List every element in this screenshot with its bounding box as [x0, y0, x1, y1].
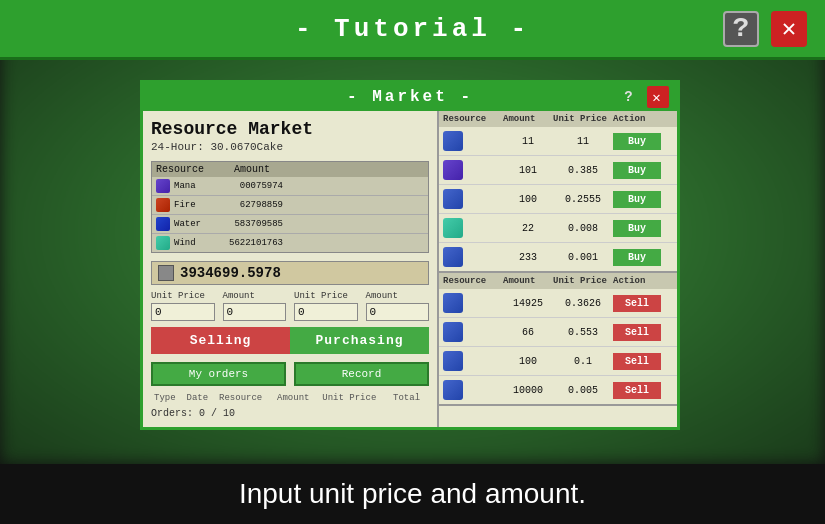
table-row: 233 0.001 Buy: [439, 243, 677, 271]
sell-col-price: Unit Price: [553, 276, 613, 286]
table-row: 66 0.553 Sell: [439, 318, 677, 347]
amount-cell: 11: [503, 136, 553, 147]
amount-input-right[interactable]: [366, 303, 430, 321]
buy-button[interactable]: Buy: [613, 249, 661, 266]
market-body: Resource Market 24-Hour: 30.0670Cake Res…: [143, 111, 677, 427]
col-unit-price: Unit Price: [319, 392, 390, 404]
col-date: Date: [184, 392, 217, 404]
price-cell: 0.553: [553, 327, 613, 338]
sell-section: Resource Amount Unit Price Action 14925 …: [439, 273, 677, 406]
col-amount: Amount: [274, 392, 319, 404]
balance-value: 3934699.5978: [180, 265, 281, 281]
mana-name: Mana: [174, 181, 219, 191]
sell-button[interactable]: Sell: [613, 382, 661, 399]
tutorial-header-icons: ? ✕: [721, 9, 809, 49]
price-cell: 0.001: [553, 252, 613, 263]
unit-price-input2[interactable]: [294, 303, 358, 321]
hour-display: 24-Hour: 30.0670Cake: [151, 141, 429, 153]
tutorial-close-button[interactable]: ✕: [769, 9, 809, 49]
sell-button[interactable]: Sell: [613, 353, 661, 370]
list-item: Water 583709585: [152, 215, 428, 234]
fire-icon: [156, 198, 170, 212]
tutorial-title: - Tutorial -: [295, 14, 530, 44]
price-cell: 0.1: [553, 356, 613, 367]
tutorial-header: - Tutorial - ? ✕: [0, 0, 825, 60]
instruction-text: Input unit price and amount.: [239, 478, 586, 510]
balance-box: 3934699.5978: [151, 261, 429, 285]
unit-price-label: Unit Price: [151, 291, 215, 301]
amount-label-left: Amount: [223, 291, 287, 301]
buy-button[interactable]: Buy: [613, 191, 661, 208]
instruction-bar: Input unit price and amount.: [0, 464, 825, 524]
table-row: 11 11 Buy: [439, 127, 677, 156]
resource-market-title: Resource Market: [151, 119, 429, 139]
buy-button[interactable]: Buy: [613, 133, 661, 150]
buy-col-action: Action: [613, 114, 673, 124]
resource-icon: [443, 189, 463, 209]
amount-cell: 100: [503, 194, 553, 205]
market-titlebar: - Market - ? ✕: [143, 83, 677, 111]
unit-price-group: Unit Price: [151, 291, 215, 321]
market-right-panel: Resource Amount Unit Price Action 11 11 …: [439, 111, 677, 427]
balance-icon: [158, 265, 174, 281]
resource-icon: [443, 131, 463, 151]
market-hint-button[interactable]: ?: [619, 86, 641, 108]
unit-price-input[interactable]: [151, 303, 215, 321]
market-close-button[interactable]: ✕: [647, 86, 669, 108]
buy-button[interactable]: Buy: [613, 220, 661, 237]
sell-col-action: Action: [613, 276, 673, 286]
amount-cell: 10000: [503, 385, 553, 396]
price-cell: 0.2555: [553, 194, 613, 205]
buy-col-resource: Resource: [443, 114, 503, 124]
orders-buttons: My orders Record: [151, 362, 429, 386]
resource-icon: [443, 322, 463, 342]
sell-button[interactable]: Sell: [613, 295, 661, 312]
water-amount: 583709585: [223, 219, 283, 229]
market-left-panel: Resource Market 24-Hour: 30.0670Cake Res…: [143, 111, 439, 427]
table-row: 101 0.385 Buy: [439, 156, 677, 185]
water-name: Water: [174, 219, 219, 229]
sell-header: Resource Amount Unit Price Action: [439, 273, 677, 289]
action-buttons: Selling Purchasing: [151, 327, 429, 354]
market-titlebar-icons: ? ✕: [619, 86, 669, 108]
price-cell: 0.005: [553, 385, 613, 396]
buy-button[interactable]: Buy: [613, 162, 661, 179]
resource-icon: [443, 247, 463, 267]
sell-col-amount: Amount: [503, 276, 553, 286]
buy-header: Resource Amount Unit Price Action: [439, 111, 677, 127]
col-amount: Amount: [234, 164, 270, 175]
unit-price-group2: Unit Price: [294, 291, 358, 321]
market-window: - Market - ? ✕ Resource Market 24-Hour: …: [140, 80, 680, 430]
col-total: Total: [390, 392, 429, 404]
sell-button[interactable]: Sell: [613, 324, 661, 341]
amount-cell: 14925: [503, 298, 553, 309]
amount-group-right: Amount: [366, 291, 430, 321]
fire-amount: 62798859: [223, 200, 283, 210]
amount-cell: 233: [503, 252, 553, 263]
wind-icon: [156, 236, 170, 250]
fire-name: Fire: [174, 200, 219, 210]
inputs-row: Unit Price Amount Unit Price Amount: [151, 291, 429, 321]
table-row: 22 0.008 Buy: [439, 214, 677, 243]
orders-table: Type Date Resource Amount Unit Price Tot…: [151, 392, 429, 404]
orders-count: Orders: 0 / 10: [151, 408, 429, 419]
buy-section: Resource Amount Unit Price Action 11 11 …: [439, 111, 677, 273]
price-cell: 11: [553, 136, 613, 147]
amount-cell: 101: [503, 165, 553, 176]
selling-button[interactable]: Selling: [151, 327, 290, 354]
buy-col-amount: Amount: [503, 114, 553, 124]
col-type: Type: [151, 392, 184, 404]
table-row: 100 0.1 Sell: [439, 347, 677, 376]
amount-cell: 66: [503, 327, 553, 338]
sell-col-resource: Resource: [443, 276, 503, 286]
my-orders-button[interactable]: My orders: [151, 362, 286, 386]
amount-input-left[interactable]: [223, 303, 287, 321]
resource-list: Resource Amount Mana 00075974 Fire 62798…: [151, 161, 429, 253]
unit-price-label2: Unit Price: [294, 291, 358, 301]
resource-icon: [443, 218, 463, 238]
amount-group-left: Amount: [223, 291, 287, 321]
record-button[interactable]: Record: [294, 362, 429, 386]
buy-col-price: Unit Price: [553, 114, 613, 124]
purchasing-button[interactable]: Purchasing: [290, 327, 429, 354]
tutorial-hint-button[interactable]: ?: [721, 9, 761, 49]
